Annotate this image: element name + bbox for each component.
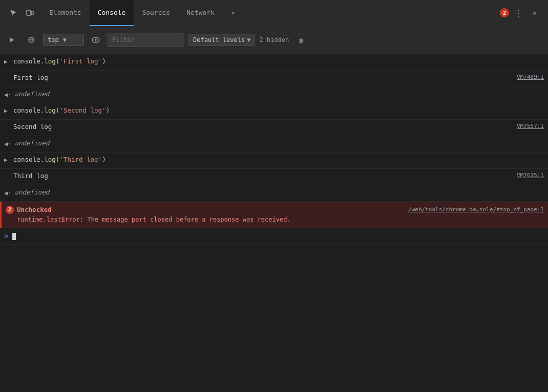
code-string-3: 'Third log': [59, 155, 102, 165]
svg-rect-1: [31, 11, 33, 15]
spacer-1: ▶: [4, 74, 10, 83]
output-content-3: Third log: [13, 171, 509, 181]
console-undefined-row-3: ◀· undefined: [0, 185, 548, 202]
console-output: ▶ console.log('First log') ▶ First log V…: [0, 54, 548, 392]
levels-label: Default levels: [193, 36, 245, 43]
console-output-row-2: ▶ Second log VM7557:1: [0, 120, 548, 136]
undefined-text-2: undefined: [14, 138, 49, 148]
output-content-1: First log: [13, 73, 509, 83]
return-arrow-3: ◀·: [4, 188, 11, 198]
spacer-2: ▶: [4, 123, 10, 132]
device-icon[interactable]: [23, 6, 37, 20]
row-content-2: console.log('Second log'): [13, 105, 544, 116]
tab-network[interactable]: Network: [178, 0, 223, 26]
tab-sources[interactable]: Sources: [134, 0, 178, 26]
code-fn-1: log: [44, 56, 56, 67]
return-arrow-2: ◀·: [4, 139, 11, 149]
error-header: 2 Unchecked /web/tools/chrome-de…sole/#t…: [6, 205, 544, 215]
svg-marker-2: [10, 37, 14, 42]
code-close-1: ): [102, 56, 106, 67]
expand-chevron-1[interactable]: ▶: [4, 57, 10, 67]
tab-more[interactable]: »: [223, 0, 243, 26]
code-prefix-1: console.: [13, 56, 44, 67]
tab-bar-left-icons: [2, 6, 41, 20]
error-link[interactable]: /web/tools/chrome-de…sole/#top_of_page:1: [408, 205, 544, 214]
tab-console[interactable]: Console: [90, 0, 134, 26]
error-badge[interactable]: 2: [500, 8, 509, 17]
code-paren-2: (: [56, 105, 60, 116]
expand-chevron-2[interactable]: ▶: [4, 106, 10, 116]
error-message: runtime.lastError: The message port clos…: [17, 216, 291, 223]
settings-icon[interactable]: [293, 33, 307, 47]
eye-icon[interactable]: [88, 32, 103, 48]
filter-input[interactable]: [108, 33, 184, 47]
vm-link-1[interactable]: VM7489:1: [509, 73, 544, 82]
spacer-3: ▶: [4, 172, 10, 181]
code-paren-1: (: [56, 56, 60, 67]
expand-chevron-3[interactable]: ▶: [4, 156, 10, 165]
clear-console-button[interactable]: [24, 32, 39, 48]
error-count-circle: 2: [500, 8, 509, 17]
error-title: Unchecked: [17, 205, 52, 215]
output-text-2: Second log: [13, 122, 52, 132]
console-prompt-row[interactable]: >: [0, 228, 548, 245]
output-text-1: First log: [13, 73, 48, 83]
context-value: top: [48, 36, 59, 43]
levels-chevron-icon: ▼: [247, 36, 250, 43]
output-content-2: Second log: [13, 122, 509, 132]
error-badge-inline: 2: [6, 206, 14, 214]
code-close-2: ): [106, 105, 110, 116]
console-output-row-1: ▶ First log VM7489:1: [0, 71, 548, 87]
prompt-cursor: [12, 233, 16, 240]
code-close-3: ): [102, 155, 106, 165]
code-string-1: 'First log': [59, 56, 102, 67]
cursor-icon[interactable]: [6, 6, 20, 20]
output-text-3: Third log: [13, 171, 48, 181]
levels-button[interactable]: Default levels ▼: [188, 34, 255, 46]
error-details: runtime.lastError: The message port clos…: [6, 215, 291, 225]
code-prefix-3: console.: [13, 155, 44, 165]
code-paren-3: (: [56, 155, 60, 165]
code-string-2: 'Second log': [59, 105, 106, 116]
more-options-icon[interactable]: ⋮: [511, 6, 525, 20]
context-chevron-icon: ▼: [63, 36, 67, 43]
code-prefix-2: console.: [13, 105, 44, 116]
svg-rect-0: [27, 10, 31, 15]
undefined-text-1: undefined: [14, 89, 49, 99]
tab-bar-right: 2 ⋮ ✕: [500, 6, 546, 20]
code-fn-2: log: [44, 105, 56, 116]
tab-bar: Elements Console Sources Network » 2 ⋮ ✕: [0, 0, 548, 26]
svg-point-6: [95, 39, 97, 41]
undefined-text-3: undefined: [14, 187, 49, 198]
prompt-arrow-icon: >: [4, 230, 8, 242]
row-content-3: console.log('Third log'): [13, 155, 544, 165]
return-arrow-1: ◀·: [4, 90, 11, 100]
console-undefined-row-1: ◀· undefined: [0, 87, 548, 103]
console-input-row-3: ▶ console.log('Third log'): [0, 153, 548, 169]
tab-elements[interactable]: Elements: [41, 0, 90, 26]
vm-link-3[interactable]: VM7615:1: [509, 171, 544, 180]
execute-button[interactable]: [4, 32, 19, 48]
console-undefined-row-2: ◀· undefined: [0, 136, 548, 153]
hidden-count: 2 hidden: [259, 36, 289, 43]
row-content-1: console.log('First log'): [13, 56, 544, 67]
close-icon[interactable]: ✕: [528, 6, 542, 20]
console-error-row: 2 Unchecked /web/tools/chrome-de…sole/#t…: [0, 202, 548, 228]
console-output-row-3: ▶ Third log VM7615:1: [0, 169, 548, 185]
vm-link-2[interactable]: VM7557:1: [509, 122, 544, 131]
console-input-row-2: ▶ console.log('Second log'): [0, 103, 548, 120]
console-input-row-1: ▶ console.log('First log'): [0, 54, 548, 71]
context-selector[interactable]: top ▼: [43, 34, 84, 46]
console-toolbar: top ▼ Default levels ▼ 2 hidden: [0, 26, 548, 54]
code-fn-3: log: [44, 155, 56, 165]
